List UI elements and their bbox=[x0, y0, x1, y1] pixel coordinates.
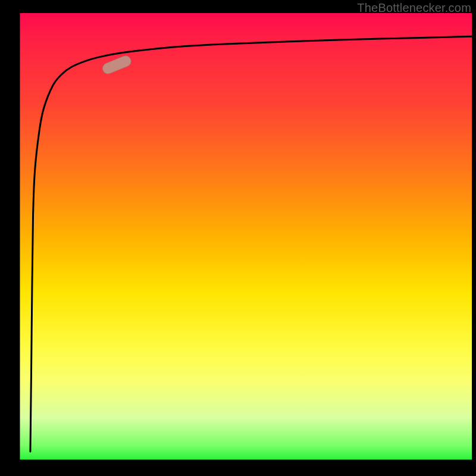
plot-gradient-background bbox=[17, 13, 472, 463]
bottleneck-chart: TheBottlenecker.com bbox=[0, 0, 476, 476]
attribution-text: TheBottlenecker.com bbox=[357, 1, 471, 15]
